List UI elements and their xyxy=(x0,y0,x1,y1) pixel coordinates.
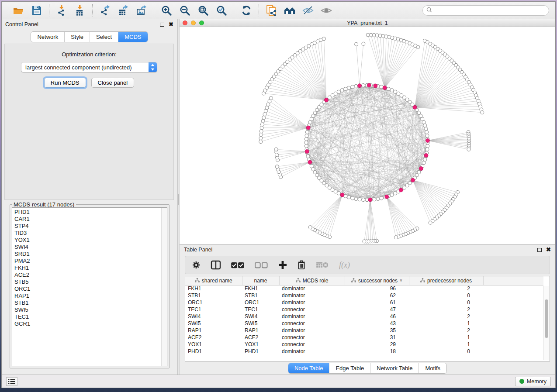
mcds-hub-node[interactable] xyxy=(383,86,387,89)
cell-name[interactable]: STB1 xyxy=(242,292,279,299)
column-header-shared-name[interactable]: shared name xyxy=(185,276,242,285)
zoom-out-icon[interactable] xyxy=(179,4,191,17)
mcds-hub-node[interactable] xyxy=(358,84,362,88)
show-all-icon[interactable] xyxy=(320,4,332,17)
mcds-node-item[interactable]: YOX1 xyxy=(14,237,161,244)
mcds-result-list[interactable]: PHD1CAR1STP4TID3YOX1SWI4SRD1PMA2FKH1ACE2… xyxy=(12,208,161,366)
mcds-hub-node[interactable] xyxy=(374,84,377,88)
mcds-node-item[interactable]: RAP1 xyxy=(14,292,161,299)
table-tab-node-table[interactable]: Node Table xyxy=(288,363,329,373)
table-row[interactable]: SWI5SWI5connector431 xyxy=(185,320,543,327)
mcds-hub-node[interactable] xyxy=(419,167,423,171)
cell-predecessors[interactable]: 0 xyxy=(409,348,483,355)
optimization-criterion-dropdown[interactable]: largest connected component (undirected) xyxy=(21,62,157,72)
close-panel-icon[interactable]: ✖ xyxy=(169,22,173,27)
mcds-node-item[interactable]: PHD1 xyxy=(14,209,161,216)
table-row[interactable]: FKH1FKH1dominator962 xyxy=(185,285,543,292)
search-box[interactable] xyxy=(422,5,549,16)
cell-shared_name[interactable]: TEC1 xyxy=(185,306,242,313)
mcds-hub-node[interactable] xyxy=(325,98,329,102)
cell-predecessors[interactable]: 2 xyxy=(409,313,483,320)
table-tab-motifs[interactable]: Motifs xyxy=(419,363,446,373)
mcds-node-item[interactable]: ORC1 xyxy=(14,285,161,292)
mcds-hub-node[interactable] xyxy=(413,105,417,109)
apply-layout-icon[interactable] xyxy=(240,4,253,17)
mcds-node-item[interactable]: GCR1 xyxy=(14,320,161,327)
table-row[interactable]: TEC1TEC1connector472 xyxy=(185,306,543,313)
cell-name[interactable]: RAP1 xyxy=(242,327,279,334)
cell-successors[interactable]: 35 xyxy=(345,327,409,334)
mcds-hub-node[interactable] xyxy=(308,160,312,164)
cell-role[interactable]: connector xyxy=(279,334,345,341)
cell-shared_name[interactable]: FKH1 xyxy=(185,285,242,292)
table-tab-edge-table[interactable]: Edge Table xyxy=(329,363,370,373)
cell-successors[interactable]: 96 xyxy=(345,285,409,292)
hide-selected-icon[interactable] xyxy=(302,4,314,17)
table-row[interactable]: ACE2ACE2connector311 xyxy=(185,334,543,341)
column-header-successor-nodes[interactable]: successor nodes˅ xyxy=(345,276,409,285)
zoom-in-icon[interactable] xyxy=(160,4,173,17)
network-graph[interactable] xyxy=(180,27,555,244)
column-header-name[interactable]: name xyxy=(242,276,279,285)
cell-predecessors[interactable]: 2 xyxy=(409,306,483,313)
cell-shared_name[interactable]: STB1 xyxy=(185,292,242,299)
cell-predecessors[interactable]: 1 xyxy=(409,320,483,327)
cell-shared_name[interactable]: SWI4 xyxy=(185,313,242,320)
float-table-panel-icon[interactable] xyxy=(537,248,542,252)
mcds-hub-node[interactable] xyxy=(424,154,428,158)
cell-role[interactable]: dominator xyxy=(279,299,345,306)
mcds-hub-node[interactable] xyxy=(411,178,415,182)
cell-name[interactable]: ORC1 xyxy=(242,299,279,306)
export-image-icon[interactable] xyxy=(135,4,148,17)
table-row[interactable]: RAP1RAP1dominator352 xyxy=(185,327,543,334)
add-icon[interactable] xyxy=(278,258,287,272)
mcds-hub-node[interactable] xyxy=(306,126,310,130)
gear-icon[interactable] xyxy=(191,258,201,272)
columns-icon[interactable] xyxy=(211,258,221,272)
close-panel-button[interactable]: Close panel xyxy=(91,78,135,88)
first-neighbors-icon[interactable] xyxy=(284,4,296,17)
mcds-hub-node[interactable] xyxy=(367,83,371,87)
save-icon[interactable] xyxy=(31,4,43,17)
tab-select[interactable]: Select xyxy=(90,32,118,42)
mcds-node-item[interactable]: PMA2 xyxy=(14,258,161,265)
table-row[interactable]: YOX1YOX1connector291 xyxy=(185,341,543,348)
cell-successors[interactable]: 61 xyxy=(345,299,409,306)
cell-successors[interactable]: 18 xyxy=(345,348,409,355)
cell-name[interactable]: FKH1 xyxy=(242,285,279,292)
open-folder-icon[interactable] xyxy=(12,4,24,17)
cell-predecessors[interactable]: 0 xyxy=(409,292,483,299)
select-all-icon[interactable] xyxy=(231,258,245,272)
cell-successors[interactable]: 29 xyxy=(345,341,409,348)
cell-predecessors[interactable]: 0 xyxy=(409,299,483,306)
import-table-icon[interactable] xyxy=(74,4,86,17)
cell-role[interactable]: connector xyxy=(279,320,345,327)
cell-name[interactable]: SWI4 xyxy=(242,313,279,320)
cell-role[interactable]: dominator xyxy=(279,348,345,355)
table-row[interactable]: SWI4SWI4dominator462 xyxy=(185,313,543,320)
cell-shared_name[interactable]: PHD1 xyxy=(185,348,242,355)
cell-successors[interactable]: 31 xyxy=(345,334,409,341)
zoom-selected-icon[interactable] xyxy=(215,4,228,17)
table-scrollbar[interactable] xyxy=(543,286,549,360)
search-input[interactable] xyxy=(435,7,545,14)
task-history-button[interactable] xyxy=(6,377,17,386)
cell-role[interactable]: dominator xyxy=(279,327,345,334)
table-row[interactable]: PHD1PHD1dominator180 xyxy=(185,348,543,355)
mcds-list-scrollbar[interactable] xyxy=(161,208,167,366)
cell-predecessors[interactable]: 1 xyxy=(409,341,483,348)
mcds-hub-node[interactable] xyxy=(340,193,344,197)
table-row[interactable]: STB1STB1dominator620 xyxy=(185,292,543,299)
cell-name[interactable]: TEC1 xyxy=(242,306,279,313)
mcds-node-item[interactable]: ACE2 xyxy=(14,272,161,279)
cell-name[interactable]: PHD1 xyxy=(242,348,279,355)
mcds-node-item[interactable]: SWI4 xyxy=(14,244,161,251)
mcds-node-item[interactable]: SRD1 xyxy=(14,251,161,258)
cell-name[interactable]: ACE2 xyxy=(242,334,279,341)
cell-predecessors[interactable]: 2 xyxy=(409,327,483,334)
column-header-MCDS-role[interactable]: MCDS role xyxy=(279,276,345,285)
zoom-fit-icon[interactable] xyxy=(197,4,209,17)
mcds-hub-node[interactable] xyxy=(385,195,389,199)
import-network-icon[interactable] xyxy=(55,4,68,17)
mcds-node-item[interactable]: FKH1 xyxy=(14,265,161,272)
